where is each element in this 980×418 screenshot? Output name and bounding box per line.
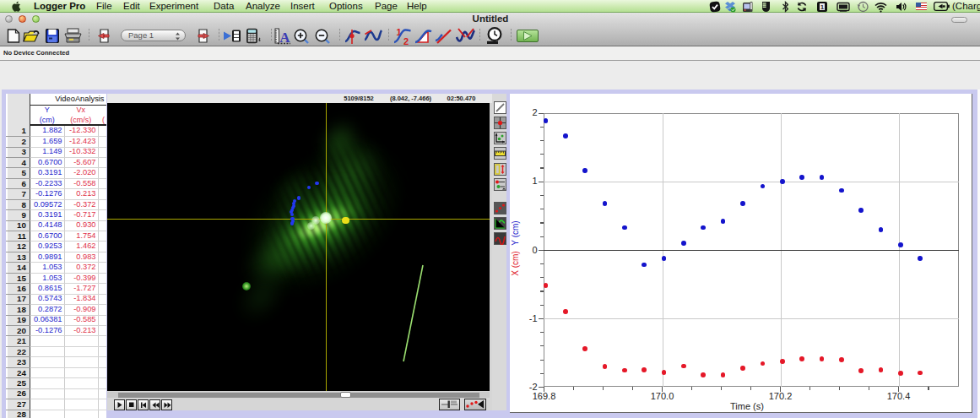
svg-text:2: 2 [403, 36, 409, 46]
svg-text:A: A [279, 30, 290, 46]
svg-text:1: 1 [820, 3, 825, 11]
